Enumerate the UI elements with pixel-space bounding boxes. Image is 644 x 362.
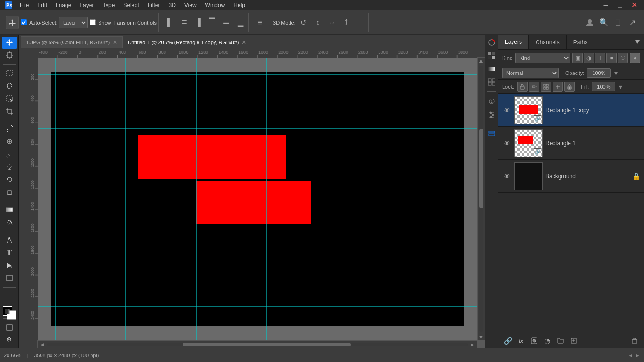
layer-item-background[interactable]: 👁 Background 🔒 [498, 160, 644, 193]
artboard-tool[interactable] [2, 49, 17, 61]
scroll-up-arrow[interactable]: ▲ [479, 58, 484, 64]
scroll-right-btn[interactable]: ► [635, 353, 640, 358]
pen-tool[interactable] [2, 234, 17, 246]
tab-1-close[interactable]: ✕ [113, 39, 117, 46]
menu-edit[interactable]: Edit [33, 1, 51, 9]
layers-panel-icon[interactable] [486, 128, 497, 140]
align-center-v-button[interactable]: ═ [220, 16, 232, 29]
menu-3d[interactable]: 3D [165, 1, 179, 9]
delete-layer-btn[interactable] [629, 335, 640, 346]
move-tool-button[interactable] [6, 16, 19, 29]
folder-btn[interactable] [555, 335, 566, 346]
workspaces-button[interactable]: ⎕ [612, 16, 624, 29]
layer-link-rect1copy[interactable]: 🔗 [534, 115, 541, 123]
menu-image[interactable]: Image [52, 1, 75, 9]
crop-tool[interactable] [2, 105, 17, 117]
3d-rotate-button[interactable]: ↺ [297, 16, 310, 29]
gradient-tool[interactable] [2, 204, 17, 216]
scrollbar-horizontal[interactable]: ◄ ► [38, 340, 477, 348]
scroll-down-arrow[interactable]: ▼ [479, 334, 484, 340]
align-top-button[interactable]: ▔ [206, 16, 218, 29]
tab-2[interactable]: Untitled-1 @ 20.7% (Rectangle 1 copy, RG… [123, 37, 251, 48]
layer-link-rect1[interactable]: 🔗 [534, 148, 541, 156]
fill-input[interactable] [592, 82, 615, 91]
menu-window[interactable]: Window [201, 1, 229, 9]
tab-paths[interactable]: Paths [567, 35, 595, 49]
text-tool[interactable]: T [2, 247, 17, 259]
tab-2-close[interactable]: ✕ [241, 39, 246, 46]
properties-panel-icon[interactable] [486, 96, 497, 107]
blend-mode-select[interactable]: Normal Dissolve Multiply Screen Overlay [502, 68, 559, 78]
new-layer-btn[interactable] [568, 335, 579, 346]
layer-eye-rect1copy[interactable]: 👁 [502, 106, 512, 115]
lock-all-btn[interactable] [564, 82, 575, 92]
zoom-tool[interactable] [2, 334, 17, 346]
menu-file[interactable]: File [16, 1, 33, 9]
menu-help[interactable]: Help [230, 1, 249, 9]
menu-select[interactable]: Select [119, 1, 142, 9]
adjustment-btn[interactable]: ◔ [542, 335, 553, 346]
menu-filter[interactable]: Filter [144, 1, 164, 9]
swatches-panel-icon[interactable] [486, 50, 497, 61]
layers-kind-select[interactable]: Kind Name Effect Mode Attribute Color Sm… [515, 53, 570, 63]
scroll-right-arrow[interactable]: ► [470, 341, 475, 348]
filter-pixel-btn[interactable]: ▣ [572, 53, 583, 63]
tab-layers[interactable]: Layers [498, 35, 529, 49]
scroll-left-arrow[interactable]: ◄ [40, 341, 45, 348]
fill-arrow[interactable]: ▾ [619, 83, 622, 90]
canvas-viewport[interactable] [38, 58, 477, 340]
menu-layer[interactable]: Layer [76, 1, 98, 9]
auto-select-checkbox[interactable] [21, 19, 27, 25]
opacity-arrow[interactable]: ▾ [614, 69, 618, 77]
menu-type[interactable]: Type [99, 1, 118, 9]
user-icon-button[interactable] [584, 16, 596, 29]
3d-scale-button[interactable]: ⛶ [354, 16, 366, 29]
filter-type-btn[interactable]: T [595, 53, 605, 63]
eraser-tool[interactable] [2, 186, 17, 198]
lock-artboard-btn[interactable] [541, 82, 551, 92]
3d-slide-button[interactable]: ⤴ [340, 16, 352, 29]
show-transform-checkbox[interactable] [90, 19, 96, 25]
lasso-tool[interactable] [2, 80, 17, 91]
filter-shape-btn[interactable]: ■ [606, 53, 617, 63]
patterns-panel-icon[interactable] [486, 76, 497, 88]
mask-btn[interactable] [528, 335, 540, 346]
align-bottom-button[interactable]: ▁ [234, 16, 247, 29]
path-select-tool[interactable] [2, 260, 17, 272]
spot-healing-tool[interactable] [2, 136, 17, 148]
shape-tool[interactable] [2, 272, 17, 284]
search-button[interactable]: 🔍 [598, 16, 610, 29]
layer-eye-rect1[interactable]: 👁 [502, 139, 512, 148]
align-right-button[interactable]: ▐ [192, 16, 204, 29]
align-left-button[interactable]: ▌ [164, 16, 176, 29]
dodge-tool[interactable] [2, 217, 17, 229]
scroll-left-btn[interactable]: ◄ [628, 353, 633, 358]
share-button[interactable]: ↗ [626, 16, 638, 29]
object-select-tool[interactable] [2, 92, 17, 104]
distribute-h-button[interactable]: ≡ [254, 16, 266, 29]
filter-toggle-btn[interactable]: ● [630, 53, 640, 63]
panel-menu-button[interactable] [631, 35, 644, 49]
move-tool[interactable] [2, 37, 17, 49]
filter-adjust-btn[interactable]: ◑ [584, 53, 594, 63]
adjustments-panel-icon[interactable] [486, 109, 497, 120]
eyedropper-tool[interactable] [2, 123, 17, 135]
fx-btn[interactable]: fx [515, 335, 527, 346]
lock-position-btn[interactable] [553, 82, 563, 92]
restore-button[interactable]: □ [614, 0, 626, 11]
layer-dropdown[interactable]: Layer Group [59, 17, 88, 28]
quick-mask-button[interactable] [3, 308, 16, 315]
filter-smart-btn[interactable]: ☉ [618, 53, 628, 63]
minimize-button[interactable]: – [600, 0, 612, 11]
tab-1[interactable]: 1.JPG @ 59% (Color Fill 1, RGB/8#) ✕ [21, 36, 123, 48]
marquee-tool[interactable] [2, 67, 17, 79]
color-panel-icon[interactable] [486, 37, 497, 48]
align-center-h-button[interactable]: ≣ [178, 16, 190, 29]
lock-transparent-btn[interactable] [517, 82, 528, 92]
opacity-input[interactable] [587, 68, 611, 78]
3d-pan-button[interactable]: ↕ [312, 16, 324, 29]
layer-eye-background[interactable]: 👁 [502, 172, 512, 181]
clone-stamp-tool[interactable] [2, 161, 17, 173]
gradient-panel-icon[interactable] [486, 63, 497, 74]
scroll-thumb-v[interactable] [479, 129, 483, 208]
